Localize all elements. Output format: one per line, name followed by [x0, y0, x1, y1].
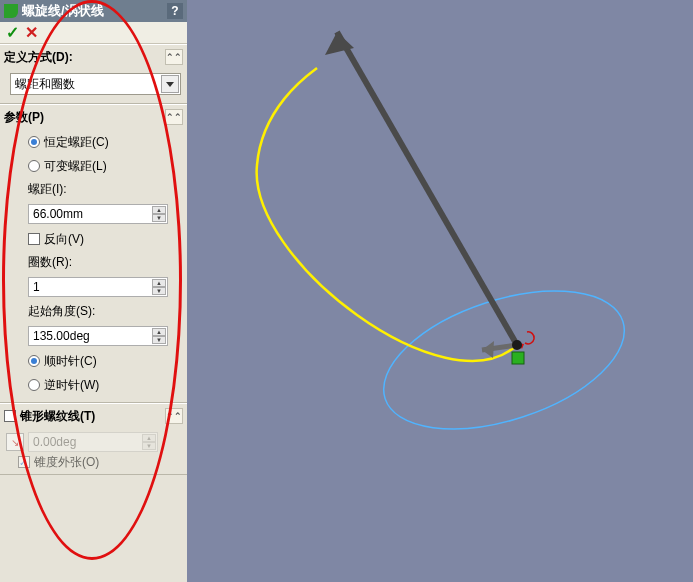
- radio-label: 恒定螺距(C): [44, 134, 109, 151]
- checkbox-icon: [28, 233, 40, 245]
- input-value: 1: [33, 280, 40, 294]
- property-manager-panel: 螺旋线/涡状线 ? ✓ ✕ 定义方式(D): ⌃⌃ 螺距和圈数 参数(P) ⌃⌃…: [0, 0, 187, 582]
- base-circle-preview: [367, 264, 642, 455]
- radio-icon: [28, 136, 40, 148]
- section-label: 定义方式(D):: [4, 49, 73, 66]
- graphics-viewport[interactable]: [187, 0, 693, 582]
- taper-angle-icon: ↘: [6, 433, 24, 451]
- collapse-icon[interactable]: ⌃⌃: [165, 49, 183, 65]
- reverse-checkbox[interactable]: 反向(V): [10, 230, 181, 248]
- spinner[interactable]: ▲▼: [152, 206, 166, 222]
- spinner: ▲▼: [142, 434, 156, 450]
- helix-icon: [4, 4, 18, 18]
- section-header-parameters[interactable]: 参数(P) ⌃⌃: [0, 105, 187, 129]
- pitch-label: 螺距(I):: [10, 181, 181, 198]
- radio-label: 可变螺距(L): [44, 158, 107, 175]
- input-value: 66.00mm: [33, 207, 83, 221]
- taper-enable-checkbox[interactable]: [4, 410, 16, 422]
- pitch-input[interactable]: 66.00mm ▲▼: [28, 204, 168, 224]
- feature-title: 螺旋线/涡状线: [22, 2, 163, 20]
- taper-body: ↘ 0.00deg ▲▼: [0, 428, 187, 456]
- collapse-icon[interactable]: ⌃⌃: [165, 408, 183, 424]
- cancel-button[interactable]: ✕: [25, 23, 38, 42]
- radio-icon: [28, 160, 40, 172]
- start-marker-icon: [512, 352, 524, 364]
- section-header-defined-by[interactable]: 定义方式(D): ⌃⌃: [0, 45, 187, 69]
- revolutions-input[interactable]: 1 ▲▼: [28, 277, 168, 297]
- taper-outward-checkbox: 锥度外张(O): [0, 456, 187, 474]
- revolutions-label: 圈数(R):: [10, 254, 181, 271]
- radio-variable-pitch[interactable]: 可变螺距(L): [10, 157, 181, 175]
- helix-preview-curve: [257, 68, 517, 361]
- start-angle-input[interactable]: 135.00deg ▲▼: [28, 326, 168, 346]
- radio-icon: [28, 379, 40, 391]
- spinner[interactable]: ▲▼: [152, 279, 166, 295]
- section-header-taper[interactable]: 锥形螺纹线(T) ⌃⌃: [0, 404, 187, 428]
- taper-angle-input: 0.00deg ▲▼: [28, 432, 158, 452]
- input-value: 0.00deg: [33, 435, 76, 449]
- radio-icon: [28, 355, 40, 367]
- ok-button[interactable]: ✓: [6, 23, 19, 42]
- start-point[interactable]: [512, 340, 522, 350]
- section-defined-by: 定义方式(D): ⌃⌃ 螺距和圈数: [0, 44, 187, 104]
- collapse-icon[interactable]: ⌃⌃: [165, 109, 183, 125]
- radio-label: 顺时针(C): [44, 353, 97, 370]
- viewport-canvas: [187, 0, 693, 582]
- spinner[interactable]: ▲▼: [152, 328, 166, 344]
- dropdown-arrow-icon[interactable]: [161, 75, 179, 93]
- start-angle-label: 起始角度(S):: [10, 303, 181, 320]
- radial-arrow-head: [482, 341, 494, 358]
- checkbox-label: 锥度外张(O): [34, 454, 99, 471]
- checkbox-icon: [18, 456, 30, 468]
- axis-arrow-shaft[interactable]: [337, 32, 517, 345]
- radio-constant-pitch[interactable]: 恒定螺距(C): [10, 133, 181, 151]
- section-parameters: 参数(P) ⌃⌃ 恒定螺距(C) 可变螺距(L) 螺距(I): 66.00mm …: [0, 104, 187, 403]
- radio-clockwise[interactable]: 顺时针(C): [10, 352, 181, 370]
- titlebar: 螺旋线/涡状线 ?: [0, 0, 187, 22]
- section-taper: 锥形螺纹线(T) ⌃⌃ ↘ 0.00deg ▲▼ 锥度外张(O): [0, 403, 187, 475]
- checkbox-label: 反向(V): [44, 231, 84, 248]
- input-value: 135.00deg: [33, 329, 90, 343]
- direction-indicator-icon: [525, 332, 534, 344]
- section-label: 参数(P): [4, 109, 44, 126]
- section-label: 锥形螺纹线(T): [20, 408, 95, 425]
- defined-by-dropdown[interactable]: 螺距和圈数: [10, 73, 181, 95]
- help-button[interactable]: ?: [167, 3, 183, 19]
- dropdown-value: 螺距和圈数: [15, 76, 75, 93]
- radio-counterclockwise[interactable]: 逆时针(W): [10, 376, 181, 394]
- ok-cancel-bar: ✓ ✕: [0, 22, 187, 44]
- radio-label: 逆时针(W): [44, 377, 99, 394]
